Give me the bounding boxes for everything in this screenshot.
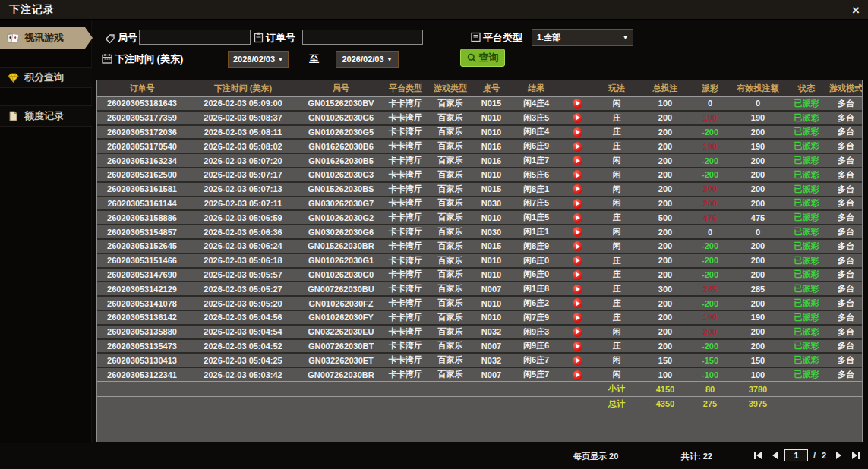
play-video-icon[interactable]: [573, 298, 582, 308]
play-video-icon[interactable]: [573, 285, 582, 294]
play-video-icon[interactable]: [573, 256, 582, 266]
play-video-icon[interactable]: [573, 127, 582, 137]
chevron-down-icon: ▼: [623, 35, 628, 40]
table-row: 2602030531705402026-02-03 05:08:02GN0162…: [97, 139, 863, 153]
total-payout: 275: [690, 396, 731, 411]
play-video-icon[interactable]: [573, 270, 582, 280]
play-video-icon[interactable]: [573, 227, 582, 237]
sidebar-item-points-query[interactable]: 积分查询: [0, 67, 92, 88]
subtotal-valid-bet: 3780: [731, 382, 785, 397]
title-bar: 下注记录: [0, 0, 868, 20]
play-video-icon[interactable]: [573, 184, 582, 194]
table-row: 2602030531632342026-02-03 05:07:20GN0162…: [97, 153, 863, 168]
close-icon[interactable]: ×: [848, 3, 863, 18]
order-number-input[interactable]: [302, 30, 423, 45]
platform-type-select[interactable]: 1.全部 ▼: [532, 29, 633, 46]
subtotal-total-bet: 4150: [641, 382, 690, 397]
table-row: 2602030531304132026-02-03 05:04:25GN0322…: [97, 353, 863, 367]
table-row: 2602030531476902026-02-03 05:05:57GN0102…: [97, 268, 863, 282]
play-video-icon[interactable]: [573, 327, 582, 337]
sidebar: 视讯游戏 积分查询 额度记录: [0, 20, 92, 469]
date-to-value: 2026/02/03: [342, 55, 384, 64]
subtotal-payout: 80: [690, 382, 731, 397]
sidebar-item-label: 额度记录: [24, 109, 64, 123]
table-row: 2602030531410782026-02-03 05:05:20GN0102…: [97, 296, 863, 310]
subtotal-label: 小计: [592, 382, 641, 397]
play-video-icon[interactable]: [573, 356, 582, 366]
play-video-icon[interactable]: [573, 370, 582, 380]
total-pages: 2: [822, 451, 826, 460]
play-video-icon[interactable]: [573, 199, 582, 209]
table-row: 2602030531223412026-02-03 05:03:42GN0072…: [97, 367, 863, 382]
page-number-input[interactable]: [784, 449, 808, 461]
subtotal-row: 小计 4150 80 3780: [97, 382, 863, 397]
column-header: 游戏类型: [428, 80, 472, 96]
play-video-icon[interactable]: [573, 142, 582, 152]
total-count-label: 共计:: [681, 452, 701, 461]
total-row: 总计 4350 275 3975: [97, 396, 863, 411]
column-header: 派彩: [690, 80, 731, 96]
last-page-icon[interactable]: [851, 452, 860, 459]
previous-page-icon[interactable]: [772, 452, 778, 459]
round-number-input[interactable]: [139, 30, 251, 45]
column-header: [562, 80, 592, 96]
table-row: 2602030531526452026-02-03 05:06:24GN0152…: [97, 239, 863, 253]
to-label: 至: [309, 52, 319, 66]
play-video-icon[interactable]: [573, 113, 582, 123]
table-row: 2602030531548572026-02-03 05:06:36GN0302…: [97, 225, 863, 239]
platform-type-value: 1.全部: [537, 32, 560, 43]
gem-icon: [7, 73, 19, 83]
sidebar-item-quota-records[interactable]: 额度记录: [0, 105, 92, 127]
play-video-icon[interactable]: [573, 99, 582, 109]
table-row: 2602030531354732026-02-03 05:04:52GN0072…: [97, 339, 863, 354]
date-to-picker[interactable]: 2026/02/03 ▼: [336, 51, 399, 68]
play-video-icon[interactable]: [573, 213, 582, 223]
tag-icon: [105, 33, 115, 47]
column-header: 平台类型: [383, 80, 428, 96]
clipboard-icon: [254, 32, 264, 46]
betting-records-window: 下注记录 × 视讯游戏 积分查询 额度记录 局号 订单号: [0, 0, 868, 469]
play-video-icon[interactable]: [573, 156, 582, 165]
chevron-down-icon: ▼: [387, 57, 393, 62]
table-row: 2602030531816432026-02-03 05:09:00GN0152…: [97, 96, 863, 111]
search-icon: [467, 53, 477, 63]
column-header: 下注时间 (美东): [187, 80, 299, 96]
page-title: 下注记录: [9, 3, 55, 17]
per-page-value: 20: [609, 452, 618, 461]
total-valid-bet: 3975: [731, 396, 785, 411]
total-label: 总计: [592, 396, 641, 411]
total-total-bet: 4350: [641, 396, 690, 411]
search-button[interactable]: 查询: [460, 49, 505, 67]
column-header: 有效投注额: [731, 80, 785, 96]
table-row: 2602030531361422026-02-03 05:04:56GN0102…: [97, 310, 863, 325]
column-header: 局号: [299, 80, 383, 96]
play-video-icon[interactable]: [573, 313, 582, 323]
column-header: 桌号: [472, 80, 510, 96]
table-row: 2602030531358802026-02-03 05:04:54GN0322…: [97, 325, 863, 339]
play-video-icon[interactable]: [573, 241, 582, 251]
date-from-picker[interactable]: 2026/02/03 ▼: [228, 51, 289, 68]
table-row: 2602030531625002026-02-03 05:07:17GN0102…: [97, 168, 863, 182]
table-row: 2602030531611442026-02-03 05:07:11GN0302…: [97, 197, 863, 211]
per-page-label: 每页显示: [573, 452, 607, 461]
next-page-icon[interactable]: [835, 452, 842, 459]
chevron-down-icon: ▼: [278, 57, 283, 62]
column-header: 状态: [785, 80, 828, 96]
calendar-icon: [102, 53, 112, 67]
table-row: 2602030531588862026-02-03 05:06:59GN0102…: [97, 210, 863, 225]
round-number-label: 局号: [118, 31, 137, 45]
column-header: 游戏模式: [828, 80, 863, 96]
table-row: 2602030531720362026-02-03 05:08:11GN0102…: [97, 125, 863, 140]
table-header-row: 订单号下注时间 (美东)局号平台类型游戏类型桌号结果玩法总投注派彩有效投注额状态…: [97, 80, 863, 96]
playing-cards-icon: [7, 33, 19, 44]
total-count-display: 共计: 22: [681, 451, 712, 462]
first-page-icon[interactable]: [753, 452, 762, 459]
play-video-icon[interactable]: [573, 170, 582, 180]
play-video-icon[interactable]: [573, 342, 582, 351]
document-icon: [7, 111, 19, 121]
platform-type-label: 平台类型: [483, 31, 522, 45]
table-row: 2602030531615812026-02-03 05:07:13GN0152…: [97, 182, 863, 197]
sidebar-item-video-games[interactable]: 视讯游戏: [0, 27, 85, 49]
pagination-bar: 每页显示 20 共计: 22 / 2: [0, 443, 868, 469]
column-header: 订单号: [97, 80, 187, 96]
